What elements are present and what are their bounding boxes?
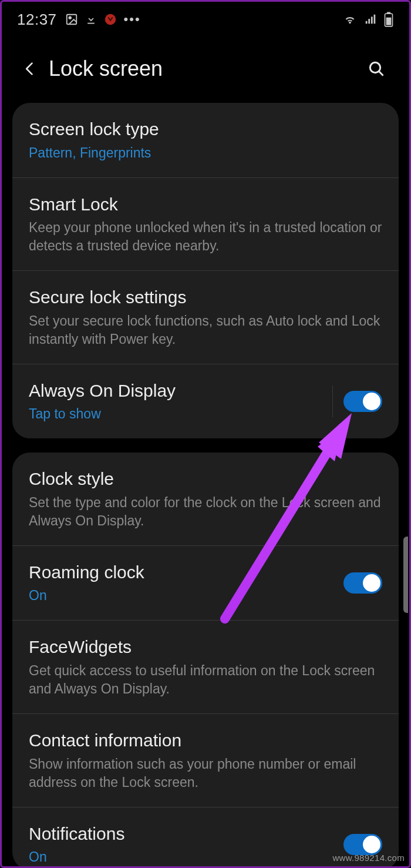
search-button[interactable] <box>360 52 393 85</box>
wifi-icon <box>342 13 358 26</box>
status-bar: 12:37 ••• <box>2 2 409 35</box>
status-left: 12:37 ••• <box>17 11 141 29</box>
back-button[interactable] <box>14 52 46 85</box>
item-title: FaceWidgets <box>29 636 382 658</box>
item-subtitle: On <box>29 587 333 605</box>
item-subtitle: On <box>29 848 333 866</box>
item-title: Smart Lock <box>29 193 382 216</box>
item-title: Roaming clock <box>29 561 333 584</box>
item-subtitle: Get quick access to useful information o… <box>29 662 382 698</box>
svg-point-2 <box>105 14 115 25</box>
roaming-clock-toggle[interactable] <box>343 572 382 594</box>
item-title: Always On Display <box>29 380 322 402</box>
item-subtitle: Set the type and color for the clock on … <box>29 494 382 530</box>
item-secure-lock-settings[interactable]: Secure lock settings Set your secure loc… <box>12 270 399 364</box>
page-title: Lock screen <box>49 56 163 81</box>
search-icon <box>367 59 386 78</box>
item-contact-information[interactable]: Contact information Show information suc… <box>12 713 399 807</box>
settings-group: Screen lock type Pattern, Fingerprints S… <box>12 103 399 438</box>
item-facewidgets[interactable]: FaceWidgets Get quick access to useful i… <box>12 620 399 713</box>
item-always-on-display[interactable]: Always On Display Tap to show <box>12 364 399 439</box>
always-on-display-toggle[interactable] <box>343 391 382 412</box>
item-subtitle: Pattern, Fingerprints <box>29 144 382 162</box>
status-time: 12:37 <box>17 11 57 29</box>
scrollbar-thumb[interactable] <box>403 537 408 613</box>
download-icon <box>85 13 97 26</box>
item-title: Secure lock settings <box>29 286 382 309</box>
svg-rect-4 <box>368 19 370 24</box>
svg-rect-8 <box>387 12 391 14</box>
chevron-left-icon <box>22 61 38 77</box>
battery-icon <box>383 12 394 27</box>
status-system-icons <box>342 12 394 27</box>
svg-rect-9 <box>386 18 392 25</box>
item-title: Contact information <box>29 729 382 752</box>
settings-group: Clock style Set the type and color for t… <box>12 453 399 868</box>
svg-line-11 <box>379 71 382 75</box>
item-screen-lock-type[interactable]: Screen lock type Pattern, Fingerprints <box>12 103 399 177</box>
notifications-toggle[interactable] <box>343 834 382 855</box>
svg-rect-0 <box>66 15 76 25</box>
item-title: Clock style <box>29 468 382 490</box>
watermark: www.989214.com <box>332 853 405 863</box>
divider <box>332 386 333 417</box>
more-notifications-icon: ••• <box>124 13 141 26</box>
item-smart-lock[interactable]: Smart Lock Keep your phone unlocked when… <box>12 177 399 271</box>
item-roaming-clock[interactable]: Roaming clock On <box>12 545 399 621</box>
signal-icon <box>363 13 378 26</box>
item-subtitle: Tap to show <box>29 405 322 423</box>
status-notification-icons: ••• <box>65 13 141 26</box>
item-subtitle: Keep your phone unlocked when it's in a … <box>29 219 382 255</box>
item-subtitle: Set your secure lock functions, such as … <box>29 312 382 348</box>
item-title: Screen lock type <box>29 118 382 140</box>
item-clock-style[interactable]: Clock style Set the type and color for t… <box>12 453 399 545</box>
svg-rect-5 <box>371 16 373 24</box>
svg-point-1 <box>69 16 71 19</box>
page-header: Lock screen <box>2 35 409 103</box>
item-subtitle: Show information such as your phone numb… <box>29 755 382 792</box>
settings-groups: Screen lock type Pattern, Fingerprints S… <box>2 103 409 868</box>
item-title: Notifications <box>29 823 333 845</box>
svg-rect-6 <box>374 15 376 24</box>
app-badge-icon <box>104 13 117 26</box>
svg-rect-3 <box>366 21 368 24</box>
image-icon <box>65 13 78 26</box>
